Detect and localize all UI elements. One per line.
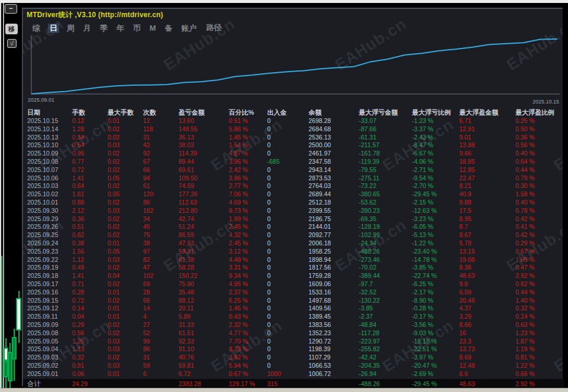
cell: 177.26: [178, 190, 229, 199]
cell: 14: [143, 304, 178, 313]
cell: 2025.10.03: [27, 182, 72, 190]
cell: 1006.72: [309, 370, 359, 378]
cell: 1409.56: [309, 304, 359, 313]
tab-日[interactable]: 日: [48, 24, 59, 33]
cell: 2.37 %: [229, 289, 267, 297]
cell: 0.72: [72, 166, 108, 174]
tab-账户[interactable]: 账户: [180, 24, 198, 33]
tab-季[interactable]: 季: [99, 24, 109, 33]
tab-备[interactable]: 备: [164, 24, 174, 33]
cell: 13.73: [459, 345, 515, 354]
minimize-button[interactable]: −: [5, 4, 17, 14]
move-button[interactable]: 移: [5, 24, 18, 34]
cell: 0.02: [108, 215, 143, 223]
cell: -24.34: [359, 239, 412, 248]
table-row: 2025.10.150.120.011213.600.51 %02698.28-…: [23, 117, 564, 125]
cell: 2025.10.14: [27, 125, 72, 134]
cell: 0.02: [108, 321, 143, 329]
table-row: 2025.10.021.610.05120177.267.06 %02689.4…: [23, 190, 564, 199]
cell: 3.82 %: [229, 354, 267, 362]
cell: -23.40 %: [412, 248, 459, 256]
cell: 0.24 %: [515, 313, 564, 321]
cell: 0.43 %: [229, 313, 267, 321]
cell: 2025.09.01: [27, 370, 72, 378]
cell: 2025.09.19: [27, 264, 72, 272]
tab-path[interactable]: 路径: [205, 23, 223, 33]
cell: 9.8: [459, 280, 515, 289]
cell: 0: [267, 141, 309, 150]
cell: 51.24: [178, 223, 229, 231]
cell: -275.11: [359, 174, 412, 183]
cell: 2.45 %: [229, 239, 267, 248]
cell: 1107.29: [309, 354, 359, 362]
cell: -9.54 %: [412, 174, 459, 183]
cell: -8.90 %: [412, 297, 459, 305]
cell: -42.42: [359, 354, 412, 362]
cell: 59.31: [178, 248, 229, 256]
cell: 0.02: [108, 329, 143, 338]
cell: 0.88: [72, 199, 108, 207]
cell: 61.51: [178, 329, 229, 338]
cell: 94: [143, 174, 178, 183]
cell: 86: [143, 199, 178, 207]
cell: 40.9: [459, 190, 515, 199]
cell: -211.57: [359, 141, 412, 150]
cell: 2006.18: [309, 239, 359, 248]
tab-M[interactable]: M: [148, 24, 157, 33]
cell: 118: [143, 125, 178, 134]
cell: -9.03 %: [412, 329, 459, 338]
cell: -22.74 %: [412, 272, 459, 280]
cell: 97: [143, 248, 178, 256]
cell: 2025.10.15: [27, 117, 72, 125]
cell: -273.46: [359, 256, 412, 264]
cell: 2689.44: [309, 190, 359, 199]
cell: -2.15 %: [412, 199, 459, 207]
cell: 0.34: [72, 134, 108, 142]
cell: 112.63: [178, 199, 229, 207]
cell: 114.39: [178, 150, 229, 158]
cell: -2.37: [359, 313, 412, 321]
cell: 1.58 %: [515, 190, 564, 199]
tab-币[interactable]: 币: [132, 24, 142, 33]
table-row: 2025.10.130.340.023136.131.45 %02536.13-…: [23, 134, 564, 142]
table-row: 2025.09.150.720.026688.126.25 %01497.68-…: [23, 297, 564, 305]
tab-周[interactable]: 周: [66, 24, 76, 33]
cell: 13.15: [459, 248, 515, 256]
cell: -53.62: [359, 199, 412, 207]
cell: -69.35: [359, 215, 412, 223]
cell: 2025.09.15: [27, 297, 72, 305]
total-cell: 129.17 %: [229, 379, 267, 388]
cell: 86.59: [178, 231, 229, 239]
cell: 0: [267, 338, 309, 346]
col-header: 最大浮盈金额: [459, 108, 515, 117]
table-row: 2025.09.190.490.024758.283.31 %01817.56-…: [23, 264, 564, 272]
cell: 61: [143, 182, 178, 190]
cell: 0.02: [108, 264, 143, 272]
check-toggle[interactable]: √: [7, 39, 17, 48]
cell: 48.63: [459, 272, 515, 280]
table-row: 2025.09.010.060.0166.720.67 %10001006.72…: [23, 370, 564, 378]
cell: 5.86 %: [229, 125, 267, 134]
total-cell: 48.63: [459, 379, 515, 388]
cell: 38: [143, 239, 178, 248]
cell: 8.67: [459, 231, 515, 239]
cell: 109.50: [178, 174, 229, 183]
cell: 2025.09.26: [27, 223, 72, 231]
cell: 0.78 %: [515, 207, 564, 215]
cell: 58.28: [178, 264, 229, 272]
col-header: 最大浮亏比例: [412, 108, 459, 117]
cell: 0.05: [108, 248, 143, 256]
cell: 75.90: [178, 280, 229, 289]
cell: 17.5: [459, 207, 515, 215]
tab-综[interactable]: 综: [31, 24, 41, 33]
tab-月[interactable]: 月: [82, 24, 92, 33]
total-cell: [143, 379, 178, 388]
cell: 1.45 %: [229, 134, 267, 142]
cell: -119.39: [359, 158, 412, 166]
cell: 22.47: [459, 174, 515, 183]
cell: -3.85: [359, 304, 412, 313]
tab-年[interactable]: 年: [115, 24, 125, 33]
cell: -6.25 %: [412, 280, 459, 289]
cell: 0.02: [108, 297, 143, 305]
cell: 2025.09.30: [27, 207, 72, 215]
